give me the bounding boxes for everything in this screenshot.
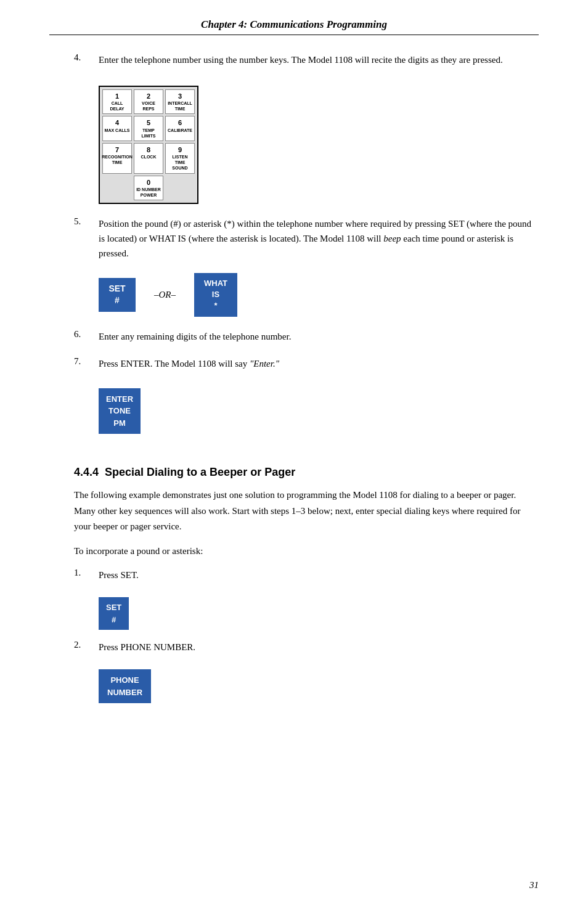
page: Chapter 4: Communications Programming 4.… (0, 0, 588, 909)
set-key-line1: SET (107, 283, 127, 295)
key-1: 1CALLDELAY (102, 89, 132, 114)
enter-key[interactable]: ENTER TONE PM (99, 388, 141, 434)
enter-line1: ENTER (106, 393, 133, 406)
set-sub-line1: SET (106, 601, 121, 614)
substep-2-num: 2. (74, 640, 99, 650)
set-key[interactable]: SET # (99, 278, 136, 312)
step-5-text: Position the pound (#) or asterisk (*) w… (99, 216, 539, 261)
step-4-text: Enter the telephone number using the num… (99, 52, 539, 67)
chapter-header: Chapter 4: Communications Programming (49, 18, 539, 35)
keypad-grid: 1CALLDELAY 2VOICEREPS 3INTERCALLTIME 4MA… (99, 86, 198, 204)
key-5: 5TEMP LIMITS (134, 116, 163, 141)
page-number: 31 (529, 880, 539, 891)
chapter-title: Chapter 4: Communications Programming (201, 18, 387, 30)
section-title-text: Special Dialing to a Beeper or Pager (105, 466, 295, 478)
step-6-text: Enter any remaining digits of the teleph… (99, 329, 539, 344)
set-key-line2: # (107, 295, 127, 307)
substep-2-text: Press PHONE NUMBER. (99, 640, 539, 654)
what-is-line1: WHAT (200, 278, 231, 289)
step-5-num: 5. (74, 216, 99, 227)
step-6-block: 6. Enter any remaining digits of the tel… (74, 329, 539, 344)
section-intro: The following example demonstrates just … (74, 487, 539, 535)
section-incorporate: To incorporate a pound or asterisk: (74, 544, 539, 560)
enter-line3: PM (106, 417, 133, 430)
key-9: 9LISTEN TIMESOUND (165, 143, 195, 174)
key-2: 2VOICEREPS (134, 89, 163, 114)
set-sub-line2: # (106, 614, 121, 626)
phone-line2: NUMBER (107, 687, 142, 699)
section-number: 4.4.4 (74, 466, 99, 478)
substep-2-block: 2. Press PHONE NUMBER. (74, 640, 539, 654)
step-5-beep: beep (383, 234, 401, 243)
enter-line2: TONE (106, 405, 133, 417)
section-title: 4.4.4 Special Dialing to a Beeper or Pag… (74, 466, 539, 479)
content-body: 4. Enter the telephone number using the … (74, 52, 539, 703)
what-is-line3: * (200, 300, 231, 311)
phone-line1: PHONE (107, 674, 142, 687)
or-text: –OR– (154, 290, 176, 300)
key-0: 0ID NUMBERPOWER (134, 176, 163, 200)
set-key-sub[interactable]: SET # (99, 597, 129, 630)
key-3: 3INTERCALLTIME (165, 89, 195, 114)
what-is-key[interactable]: WHAT IS * (194, 273, 237, 317)
step-7-text: Press ENTER. The Model 1108 will say "En… (99, 356, 539, 371)
step-5-block: 5. Position the pound (#) or asterisk (*… (74, 216, 539, 261)
step-4-block: 4. Enter the telephone number using the … (74, 52, 539, 67)
section-header: 4.4.4 Special Dialing to a Beeper or Pag… (74, 466, 539, 479)
key-7: 7RECOGNITIONTIME (102, 143, 132, 174)
keypad-image: 1CALLDELAY 2VOICEREPS 3INTERCALLTIME 4MA… (99, 86, 198, 204)
key-8: 8CLOCK (134, 143, 163, 174)
substep-1-block: 1. Press SET. (74, 568, 539, 582)
substep-1-num: 1. (74, 568, 99, 578)
phone-number-key[interactable]: PHONE NUMBER (99, 669, 151, 703)
substep-1-text: Press SET. (99, 568, 539, 582)
what-is-line2: IS (200, 289, 231, 300)
key-4: 4MAX CALLS (102, 116, 132, 141)
step-7-num: 7. (74, 356, 99, 367)
key-6: 6CALIBRATE (165, 116, 195, 141)
step-4-num: 4. (74, 52, 99, 63)
step-6-num: 6. (74, 329, 99, 340)
step-7-block: 7. Press ENTER. The Model 1108 will say … (74, 356, 539, 371)
set-or-whatis-row: SET # –OR– WHAT IS * (99, 273, 539, 317)
